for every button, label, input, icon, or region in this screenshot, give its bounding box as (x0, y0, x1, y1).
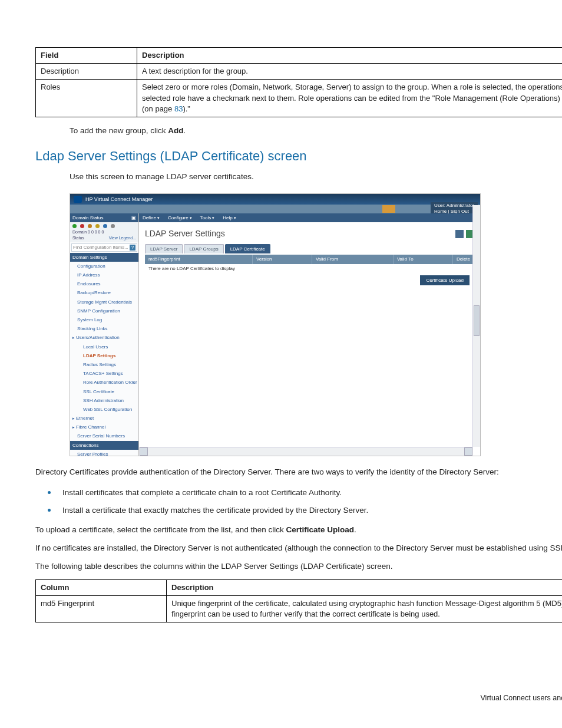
intro-text: Use this screen to manage LDAP server ce… (70, 172, 562, 183)
sidebar-item[interactable]: Web SSL Configuration (70, 405, 138, 414)
connections-header: Connections (70, 441, 138, 450)
sidebar-item[interactable]: Backup/Restore (70, 288, 138, 297)
page-title: LDAP Server Settings (145, 228, 474, 240)
sidebar-item[interactable]: SNMP Configuration (70, 307, 138, 315)
sidebar-item[interactable]: LDAP Settings (70, 351, 138, 360)
status-info-icon (103, 224, 107, 228)
menu-item[interactable]: Tools (200, 215, 215, 221)
main-panel: DefineConfigureToolsHelp LDAP Server Set… (139, 213, 480, 456)
left-sidebar: Domain Status▣ Domain 0 0 0 0 0 Status (70, 213, 139, 456)
page-link[interactable]: 83 (174, 104, 183, 113)
home-icon[interactable] (382, 205, 395, 213)
sidebar-item[interactable]: Stacking Links (70, 324, 138, 333)
sidebar-item[interactable]: TACACS+ Settings (70, 369, 138, 378)
sidebar-item[interactable]: Server Serial Numbers (70, 431, 138, 440)
status-error-icon (80, 224, 84, 228)
vertical-scrollbar[interactable] (472, 205, 480, 447)
collapse-icon[interactable]: ▣ (131, 215, 136, 221)
nav-category[interactable]: Ethernet (70, 414, 138, 423)
domain-settings-header: Domain Settings (70, 253, 138, 262)
bullet-list: Install certificates that complete a cer… (35, 485, 562, 516)
sidebar-item[interactable]: IP Address (70, 271, 138, 279)
search-input[interactable]: Find Configuration Items... ? (71, 243, 137, 252)
top-band: User: Administrator Home | Sign Out (70, 205, 480, 213)
sidebar-item[interactable]: Server Profiles (70, 450, 138, 456)
table-row: Description A text description for the g… (36, 64, 563, 80)
th-field: Field (36, 48, 137, 64)
view-legend-link[interactable]: View Legend... (109, 235, 136, 241)
horizontal-scrollbar[interactable] (139, 447, 473, 456)
sidebar-item[interactable]: Radius Settings (70, 360, 138, 369)
sidebar-item[interactable]: Role Authentication Order (70, 378, 138, 387)
status-warn-icon (88, 224, 92, 228)
page-footer: Virtual Connect users and roles 73 (35, 693, 562, 704)
list-item: Install certificates that complete a cer… (58, 485, 562, 499)
status-icons-panel: Domain 0 0 0 0 0 Status View Legend... (70, 222, 138, 242)
section-heading: Ldap Server Settings (LDAP Certificate) … (35, 147, 562, 166)
status-caution-icon (95, 224, 100, 228)
field-description-table: Field Description Description A text des… (35, 47, 562, 117)
menu-item[interactable]: Configure (168, 215, 192, 221)
scroll-right-icon[interactable] (464, 447, 472, 456)
tab[interactable]: LDAP Certificate (225, 244, 270, 253)
sidebar-item[interactable]: Local Users (70, 342, 138, 351)
hp-logo-icon (74, 196, 82, 203)
status-ok-icon (72, 224, 77, 228)
sidebar-item[interactable]: Configuration (70, 262, 138, 271)
table-row: Roles Select zero or more roles (Domain,… (36, 80, 563, 117)
nav-tree: ConfigurationIP AddressEnclosuresBackup/… (70, 262, 138, 456)
no-cert-text: If no certificates are installed, the Di… (35, 543, 562, 554)
add-group-instruction: To add the new group, click Add. (70, 126, 562, 137)
ldap-screenshot: HP Virtual Connect Manager User: Adminis… (70, 193, 481, 456)
column-description-table: Column Description md5 Fingerprint Uniqu… (35, 579, 562, 623)
sidebar-item[interactable]: SSL Certificate (70, 387, 138, 396)
menu-item[interactable]: Help (223, 215, 236, 221)
status-unknown-icon (111, 224, 115, 228)
tab[interactable]: LDAP Server (145, 244, 183, 253)
th-description: Description (167, 579, 563, 595)
nav-category-users[interactable]: Users/Authentication (70, 333, 138, 342)
scroll-left-icon[interactable] (140, 447, 148, 456)
sidebar-item[interactable]: System Log (70, 315, 138, 324)
scrollbar-thumb[interactable] (474, 305, 480, 336)
sidebar-item[interactable]: Storage Mgmt Credentials (70, 298, 138, 307)
table-row: md5 Fingerprint Unique fingerprint of th… (36, 596, 563, 622)
sidebar-item[interactable]: Enclosures (70, 279, 138, 288)
directory-cert-text: Directory Certificates provide authentic… (35, 467, 562, 478)
sidebar-item[interactable]: SSH Administration (70, 396, 138, 405)
th-description: Description (137, 48, 563, 64)
print-icon[interactable] (455, 230, 464, 238)
domain-status-header: Domain Status▣ (70, 213, 138, 222)
menubar: DefineConfigureToolsHelp (139, 213, 480, 222)
upload-instruction: To upload a certificate, select the cert… (35, 525, 562, 536)
cert-table-header: md5Fingerprint Version Valid From Valid … (145, 255, 474, 263)
empty-message: There are no LDAP Certificates to displa… (145, 264, 474, 273)
menu-item[interactable]: Define (143, 215, 160, 221)
th-column: Column (36, 579, 167, 595)
window-title-bar: HP Virtual Connect Manager (70, 194, 480, 205)
table-intro-text: The following table describes the column… (35, 561, 562, 572)
tab[interactable]: LDAP Groups (184, 244, 223, 253)
list-item: Install a certificate that exactly match… (58, 502, 562, 516)
nav-category[interactable]: Fibre Channel (70, 423, 138, 431)
certificate-upload-button[interactable]: Certificate Upload (420, 275, 470, 285)
search-help-icon[interactable]: ? (130, 245, 135, 251)
tab-bar: LDAP ServerLDAP GroupsLDAP Certificate (145, 244, 474, 253)
